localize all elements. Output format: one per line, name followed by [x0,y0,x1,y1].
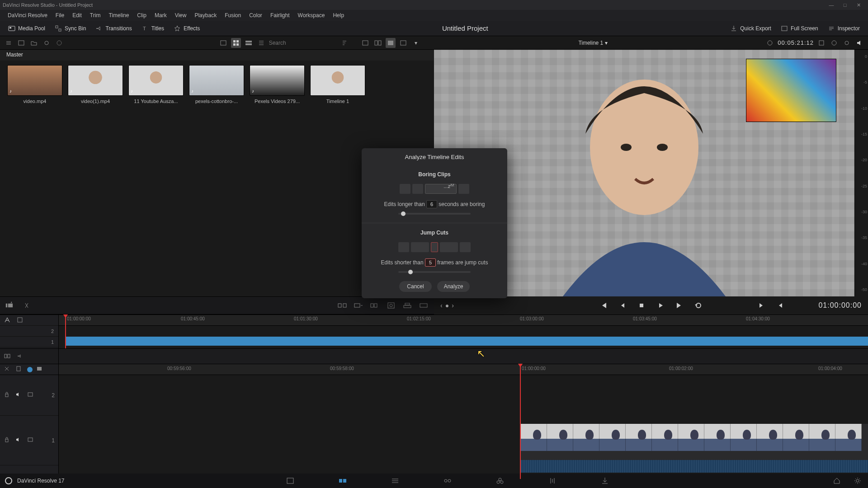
color-tag-icon[interactable] [54,38,64,48]
quickexport-button[interactable]: Quick Export [726,23,775,34]
gear-icon[interactable] [852,475,863,487]
menu-playback[interactable]: Playback [190,12,221,19]
fairlight-page-tab[interactable] [547,475,558,487]
menu-color[interactable]: Color [245,12,266,19]
metadata-view-icon[interactable] [218,38,228,48]
menu-edit[interactable]: Edit [68,12,86,19]
sync-icon[interactable] [42,38,52,48]
chevron-down-icon[interactable]: ▾ [411,38,421,48]
timeline-mode-a-icon[interactable] [4,316,12,324]
clip-item[interactable]: ♪video.mp4 [7,65,62,104]
menu-mark[interactable]: Mark [151,12,171,19]
stop-icon[interactable] [635,299,648,312]
audio-waveform[interactable] [521,460,868,473]
dual-viewer-icon[interactable] [373,38,383,48]
list-view-icon[interactable] [256,38,266,48]
track-lock-icon[interactable] [4,436,12,445]
video-clip[interactable] [521,424,868,460]
thumbnail-view-icon[interactable] [231,38,241,48]
play-icon[interactable] [654,299,667,312]
step-fwd-icon[interactable] [755,299,768,312]
menu-timeline[interactable]: Timeline [104,12,133,19]
window-minimize-button[interactable]: — [825,0,838,10]
next-edit-icon[interactable]: › [452,302,454,309]
timeline-mode-b-icon[interactable] [16,316,24,324]
search-input[interactable] [269,38,337,47]
titles-toggle[interactable]: T Titles [138,23,168,34]
bin-name[interactable]: Master [0,50,434,61]
menu-davinci[interactable]: DaVinci Resolve [4,12,52,19]
transitions-toggle[interactable]: Transitions [92,23,135,34]
marker-icon[interactable] [15,366,24,374]
video-only-icon[interactable] [36,366,44,374]
menu-view[interactable]: View [171,12,191,19]
clip-item[interactable]: ♪Pexels Videos 279... [250,65,305,104]
analyze-button[interactable]: Analyze [437,281,470,292]
media-page-tab[interactable] [284,475,296,487]
effects-toggle[interactable]: Effects [170,23,203,34]
track-v1-label[interactable]: 1 [52,437,55,444]
snap-icon[interactable] [4,366,12,374]
single-viewer-icon[interactable] [386,38,396,48]
boring-slider[interactable] [398,213,471,215]
closeup-icon[interactable] [386,300,396,310]
record-icon[interactable] [765,38,775,48]
safe-area-icon[interactable] [398,38,408,48]
deliver-page-tab[interactable] [599,475,611,487]
smart-insert-icon[interactable] [337,300,347,310]
mini-clip-bar[interactable] [65,337,868,346]
window-close-button[interactable]: ✕ [852,0,865,10]
mini-track-2-label[interactable]: 2 [0,326,58,336]
cancel-button[interactable]: Cancel [399,281,432,292]
strip-view-icon[interactable] [244,38,254,48]
bin-list-dropdown[interactable] [4,38,14,48]
video-enable-icon[interactable] [27,391,35,399]
import-folder-icon[interactable] [29,38,39,48]
import-media-icon[interactable] [16,38,26,48]
track-sync-lock-icon[interactable] [4,352,12,361]
boring-detector-icon[interactable]: z [5,300,15,310]
mini-track-1-label[interactable]: 1 [0,337,58,347]
jump-frames-input[interactable] [425,258,436,267]
source-overwrite-icon[interactable] [419,300,429,310]
jump-slider[interactable] [398,271,471,273]
track-lock-icon[interactable] [4,391,12,399]
big-playhead[interactable] [520,364,521,479]
menu-workspace[interactable]: Workspace [294,12,329,19]
menu-fairlight[interactable]: Fairlight [266,12,294,19]
clip-item[interactable]: ♪video(1).mp4 [68,65,123,104]
speaker-icon[interactable] [854,38,864,48]
lower-timeline[interactable]: 2 1 00:59:56:00 00:59:58:00 01:00:00:00 … [0,364,868,479]
step-fwd2-icon[interactable] [774,299,787,312]
fusion-page-tab[interactable] [442,475,453,487]
track-audio-sync-icon[interactable] [16,352,24,361]
refresh-icon[interactable] [842,38,852,48]
sort-icon[interactable] [340,38,349,48]
menu-trim[interactable]: Trim [86,12,105,19]
split-icon[interactable] [22,300,32,310]
inspector-toggle[interactable]: Inspector [824,23,863,34]
edit-page-tab[interactable] [389,475,401,487]
upper-timeline[interactable]: 2 1 01:00:00:00 01:00:45:00 01:01:30:00 … [0,314,868,349]
mini-playhead[interactable] [65,315,66,348]
step-back-icon[interactable] [616,299,629,312]
color-page-tab[interactable] [494,475,506,487]
speaker-mute-icon[interactable] [15,436,24,445]
current-edit-icon[interactable]: ● [445,302,449,309]
fullscreen-button[interactable]: Full Screen [777,23,822,34]
menu-fusion[interactable]: Fusion [221,12,245,19]
clip-item[interactable]: ♪pexels-cottonbro-... [189,65,244,104]
menu-clip[interactable]: Clip [133,12,151,19]
big-ruler[interactable]: 00:59:56:00 00:59:58:00 01:00:00:00 01:0… [59,364,868,375]
prev-edit-icon[interactable]: ‹ [440,302,443,309]
boring-seconds-input[interactable] [426,200,437,208]
menu-file[interactable]: File [52,12,68,19]
bypass-icon[interactable] [829,38,839,48]
syncbin-toggle[interactable]: Sync Bin [51,23,90,34]
window-maximize-button[interactable]: □ [838,0,852,10]
place-on-top-icon[interactable] [402,300,412,310]
loop-icon[interactable] [692,299,705,312]
viewer-option-icon[interactable] [816,38,826,48]
source-viewer-icon[interactable] [360,38,370,48]
home-icon[interactable] [831,475,843,487]
